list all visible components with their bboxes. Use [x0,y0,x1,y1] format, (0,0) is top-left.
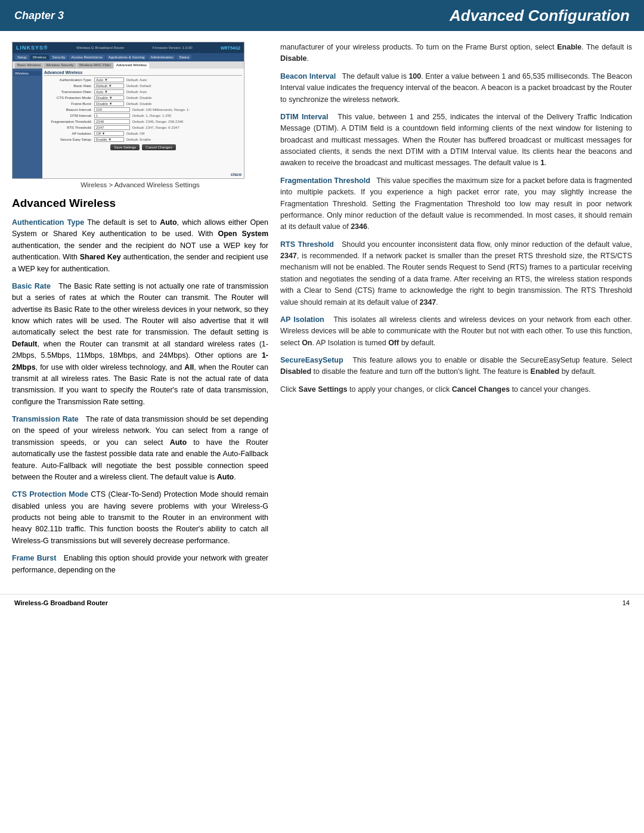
lk-nav-apps: Applications & Gaming [106,55,147,60]
lk-label-frag: Fragmentation Threshold: [44,120,92,123]
term-cts-protection: CTS Protection Mode [12,490,88,498]
lk-sidebar: Wireless [13,69,42,178]
left-column: LINKSYS® Wireless-G Broadband Router Fir… [12,42,268,582]
lk-default-trans-rate: Default: Auto [126,90,147,94]
lk-firmware: Firmware Version: 1.0.00 [153,46,193,49]
lk-label-ses: Secure Easy Setup: [44,138,92,141]
lk-select-basic-rate: Default ▼ [94,83,124,88]
lk-default-ses: Default: Enable [126,138,151,141]
lk-default-frag: Default: 2346, Range: 256-2346 [132,120,183,123]
lk-nav-setup: Setup [15,55,29,60]
lk-default-basic-rate: Default: Default [126,84,151,88]
page-header: Chapter 3 Advanced Configuration [0,0,644,31]
chapter-label: Chapter 3 [14,10,64,22]
para-transmission-rate: Transmission Rate The rate of data trans… [12,414,268,483]
lk-header: LINKSYS® Wireless-G Broadband Router Fir… [13,42,244,53]
lk-label-ap: AP Isolation: [44,132,92,135]
lk-select-cts: Disable ▼ [94,95,124,100]
main-content: LINKSYS® Wireless-G Broadband Router Fir… [0,31,644,594]
lk-field-beacon: Beacon Interval: 100 Default: 100 Millis… [44,107,242,112]
lk-label-beacon: Beacon Interval: [44,108,92,112]
para-secure-easy-setup: SecureEasySetup This feature allows you … [280,355,632,378]
lk-field-rts: RTS Threshold: 2347 Default: 2347, Range… [44,125,242,130]
lk-select-ap: Off ▼ [94,131,124,136]
right-column: manufacturer of your wireless products. … [280,42,632,582]
lk-nav-access: Access Restrictions [69,55,104,60]
footer-product-name: Wireless-G Broadband Router [14,599,108,606]
lk-field-trans-rate: Transmission Rate: Auto ▼ Default: Auto [44,89,242,94]
lk-default-rts: Default: 2347, Range: 0-2347 [132,126,179,129]
lk-tab-basic: Basic Wireless [15,63,43,69]
screenshot-caption: Wireless > Advanced Wireless Settings [12,181,268,188]
lk-default-dtim: Default: 1, Range: 1-255 [132,114,171,117]
para-frame-burst: Frame Burst Enabling this option should … [12,553,268,576]
lk-field-cts: CTS Protection Mode: Disable ▼ Default: … [44,95,242,100]
lk-default-cts: Default: Disable [126,96,151,100]
para-cts-protection: CTS Protection Mode CTS (Clear-To-Send) … [12,489,268,547]
lk-select-ses: Enable ▼ [94,137,124,142]
lk-cancel-btn[interactable]: Cancel Changes [142,144,175,150]
term-frame-burst: Frame Burst [12,554,56,562]
lk-input-dtim: 1 [94,113,130,118]
lk-nav-security: Security [50,55,68,60]
para-fragmentation: Fragmentation Threshold This value speci… [280,175,632,233]
lk-input-rts: 2347 [94,125,130,130]
linksys-ui-mockup: LINKSYS® Wireless-G Broadband Router Fir… [13,42,244,178]
lk-model: WRT54G2 [221,46,240,50]
lk-field-frag: Fragmentation Threshold: 2346 Default: 2… [44,119,242,124]
para-rts-threshold: RTS Threshold Should you encounter incon… [280,239,632,308]
lk-default-frame-burst: Default: Disable [126,102,151,106]
page-title: Advanced Configuration [450,7,630,25]
term-secure-easy-setup: SecureEasySetup [280,356,343,364]
lk-field-auth: Authentication Type: Auto ▼ Default: Aut… [44,78,242,82]
lk-logo: LINKSYS® [16,45,48,51]
lk-label-frame-burst: Frame Burst: [44,102,92,106]
term-auth-type: Authentication Type [12,218,84,227]
term-fragmentation: Fragmentation Threshold [280,176,370,185]
lk-nav-admin: Administration [148,55,175,60]
lk-body: Wireless Advanced Wireless Authenticatio… [13,69,244,178]
lk-label-dtim: DTM Interval: [44,114,92,117]
term-ap-isolation: AP Isolation [280,315,324,324]
lk-router-name: Wireless-G Broadband Router [76,46,124,49]
lk-field-frame-burst: Frame Burst: Disable ▼ Default: Disable [44,101,242,106]
para-ap-isolation: AP Isolation This isolates all wireless … [280,314,632,349]
lk-field-ses: Secure Easy Setup: Enable ▼ Default: Ena… [44,137,242,142]
lk-nav: Setup Wireless Security Access Restricti… [13,53,244,61]
page-footer: Wireless-G Broadband Router 14 [0,594,644,611]
lk-save-btn[interactable]: Save Settings [110,144,140,150]
lk-select-frame-burst: Disable ▼ [94,101,124,106]
para-basic-rate: Basic Rate The Basic Rate setting is not… [12,281,268,408]
para-auth-type: Authentication Type The default is set t… [12,217,268,275]
lk-cisco-logo: cisco [231,172,242,176]
lk-default-beacon: Default: 100 Milliseconds, Range: 1- [132,108,190,112]
lk-tab-mac: Wireless MAC Filter [77,63,113,69]
term-transmission-rate: Transmission Rate [12,415,79,423]
term-beacon-interval: Beacon Interval [280,72,336,80]
para-beacon-interval: Beacon Interval The default value is 100… [280,71,632,106]
lk-tab-security: Wireless Security [44,63,76,69]
term-basic-rate: Basic Rate [12,282,51,290]
lk-field-ap: AP Isolation: Off ▼ Default: Off [44,131,242,136]
lk-tab-advanced: Advanced Wireless [114,63,149,69]
para-dtim-interval: DTIM Interval This value, between 1 and … [280,112,632,169]
lk-label-rts: RTS Threshold: [44,126,92,129]
screenshot-image: LINKSYS® Wireless-G Broadband Router Fir… [12,42,244,179]
lk-nav-wireless: Wireless [30,55,49,60]
term-dtim-interval: DTIM Interval [280,113,328,121]
lk-nav-status: Status [177,55,191,60]
lk-label-auth: Authentication Type: [44,78,92,82]
para-save-cancel: Click Save Settings to apply your change… [280,384,632,395]
para-frame-burst-cont: manufacturer of your wireless products. … [280,42,632,65]
section-heading: Advanced Wireless [12,197,268,210]
lk-select-auth: Auto ▼ [94,78,124,82]
footer-page-number: 14 [623,599,630,606]
lk-label-cts: CTS Protection Mode: [44,96,92,100]
lk-field-basic-rate: Basic Rate: Default ▼ Default: Default [44,83,242,88]
lk-default-ap: Default: Off [126,132,144,135]
term-rts-threshold: RTS Threshold [280,240,334,249]
lk-select-trans-rate: Auto ▼ [94,89,124,94]
lk-default-auth: Default: Auto [126,78,147,82]
lk-field-dtim: DTM Interval: 1 Default: 1, Range: 1-255 [44,113,242,118]
lk-tabs: Basic Wireless Wireless Security Wireles… [13,61,244,69]
